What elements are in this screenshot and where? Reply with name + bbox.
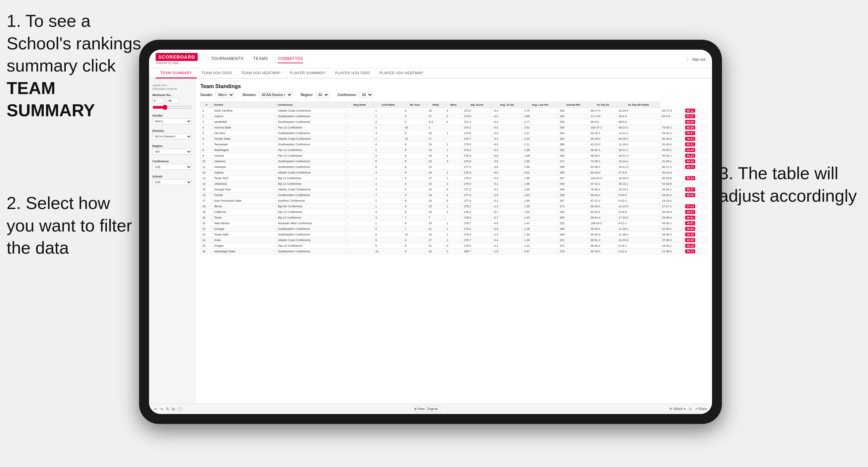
table-cell: 8: [403, 147, 427, 153]
tab-player-h2h-grid[interactable]: PLAYER H2H GRID: [331, 68, 375, 79]
table-cell: 9: [403, 192, 427, 198]
col-overall-rd[interactable]: Overall Rd.: [558, 102, 589, 108]
view-original-button[interactable]: ⊞ View: Original: [411, 406, 441, 412]
tab-team-h2h-grid[interactable]: TEAM H2H GRID: [197, 68, 237, 79]
nav-teams[interactable]: TEAMS: [253, 55, 268, 63]
table-row: 7TennesseeSoutheastern Conference-481622…: [201, 142, 707, 147]
table-cell: 90-51-2: [589, 238, 617, 243]
col-vs-top-50[interactable]: Vs Top 50 Points: [617, 102, 660, 108]
conference-label: Conference:: [338, 93, 357, 97]
tablet-screen: SCOREBOARD Powered by clippi TOURNAMENTS…: [149, 50, 712, 414]
table-cell: 18: [201, 204, 213, 209]
table-cell: 274.2: [462, 125, 492, 130]
nav-items: TOURNAMENTS TEAMS COMMITTEE: [211, 55, 303, 63]
redo-icon[interactable]: ↪: [160, 407, 163, 411]
share-button[interactable]: ↗ Share: [695, 407, 707, 411]
col-reg-rank[interactable]: Reg Rank: [346, 102, 374, 108]
table-cell: 278.2: [462, 209, 492, 215]
col-adj-score[interactable]: Adj. Score: [462, 102, 492, 108]
table-cell: 22: [427, 164, 445, 170]
table-cell: 27: [427, 114, 445, 119]
table-cell: 11-38-2: [617, 232, 660, 238]
logo-container: SCOREBOARD Powered by clippi: [156, 53, 198, 65]
table-cell: 30-4-0: [617, 114, 660, 119]
table-cell: 36.13: [684, 249, 707, 254]
region-table-select[interactable]: All: [315, 92, 329, 98]
table-cell: Big 12 Conference: [276, 215, 346, 221]
table-cell: -: [346, 181, 374, 187]
nav-committee[interactable]: COMMITTEE: [278, 55, 303, 63]
school-select[interactable]: (All): [152, 179, 192, 185]
col-no-tour[interactable]: No Tour: [403, 102, 427, 108]
tab-player-h2h-heatmap[interactable]: PLAYER H2H HEATMAP: [375, 68, 428, 79]
table-cell: 35-14-0: [660, 170, 684, 176]
table-cell: -: [346, 159, 374, 164]
region-select[interactable]: N/A All: [152, 149, 192, 155]
clock-icon[interactable]: 🕐: [178, 407, 183, 411]
table-cell: 271.3: [462, 119, 492, 125]
table-cell: 21: [201, 221, 213, 226]
table-cell: 23: [427, 153, 445, 159]
table-cell: 1.21: [522, 243, 558, 249]
table-cell: 32-19-0: [660, 142, 684, 147]
watch-button[interactable]: 👁 Watch ▾: [669, 407, 685, 411]
rank-from-input[interactable]: [152, 98, 164, 103]
table-cell: 2.88: [522, 114, 558, 119]
sign-out-button[interactable]: Sign out: [692, 57, 705, 61]
table-row: 8WashingtonPac-12 Conference-28231276.3-…: [201, 147, 707, 153]
table-cell: -5.1: [492, 198, 522, 204]
table-cell: 1: [445, 226, 462, 232]
refresh-icon[interactable]: ↻: [166, 407, 169, 411]
conference-select[interactable]: (All) SEC ACC: [152, 164, 192, 170]
col-rank[interactable]: #: [201, 102, 213, 108]
table-cell: 3.01: [522, 170, 558, 176]
table-cell: 2: [445, 176, 462, 181]
undo-icon[interactable]: ↩: [154, 407, 157, 411]
table-row: 26Mississippi StateSoutheastern Conferen…: [201, 249, 707, 254]
col-vs-top-25[interactable]: Vs Top 25: [589, 102, 617, 108]
table-cell: 48.27: [684, 209, 707, 215]
table-cell: 39-20-1: [660, 221, 684, 226]
table-row: 15Georgia TechAtlantic Coast Conference-…: [201, 187, 707, 192]
tab-player-summary[interactable]: PLAYER SUMMARY: [285, 68, 331, 79]
conference-table-select[interactable]: All: [359, 92, 373, 98]
gender-table-select[interactable]: Men's: [215, 92, 234, 98]
table-cell: 1.28: [522, 204, 558, 209]
table-cell: Texas: [212, 215, 276, 221]
gender-select[interactable]: Men's Women's: [152, 118, 192, 124]
division-select[interactable]: NCAA Division I NCAA Division II NAIA: [152, 133, 192, 139]
table-cell: 23: [427, 159, 445, 164]
tab-team-summary[interactable]: TEAM SUMMARY: [156, 68, 197, 79]
table-cell: 273.5: [462, 108, 492, 114]
table-cell: -0.4: [492, 238, 522, 243]
table-cell: 14: [201, 181, 213, 187]
table-cell: 1.85: [522, 187, 558, 192]
table-cell: 80.58: [684, 119, 707, 125]
table-cell: 1.63: [522, 192, 558, 198]
table-cell: 82-28-1: [589, 164, 617, 170]
table-cell: 1.85: [522, 176, 558, 181]
tab-team-h2h-heatmap[interactable]: TEAM H2H HEATMAP: [237, 68, 285, 79]
table-cell: 1.98: [522, 153, 558, 159]
division-table-select[interactable]: NCAA Division I: [259, 92, 292, 98]
share-icon[interactable]: ⊡: [689, 407, 691, 411]
col-wins[interactable]: Wins: [445, 102, 462, 108]
col-avg-low-par[interactable]: Avg. Low Par: [522, 102, 558, 108]
nav-tournaments[interactable]: TOURNAMENTS: [211, 55, 243, 63]
table-cell: 76.73: [684, 136, 707, 142]
col-conf-rank[interactable]: Conf Rank: [374, 102, 403, 108]
table-cell: 215: [558, 221, 589, 226]
col-conference[interactable]: Conference: [276, 102, 346, 108]
table-cell: Pac-12 Conference: [276, 125, 346, 130]
col-school[interactable]: School: [212, 102, 276, 108]
table-area: Team Standings Gender: Men's Division: N…: [195, 79, 712, 403]
table-cell: 278.6: [462, 215, 492, 221]
rank-to-input[interactable]: [167, 98, 179, 103]
table-cell: 1: [374, 125, 403, 130]
col-rnds[interactable]: Rnds: [427, 102, 445, 108]
table-cell: 4: [445, 153, 462, 159]
rank-slider[interactable]: [152, 105, 192, 110]
copy-icon[interactable]: ⧉: [172, 407, 175, 411]
col-avg-to-sg[interactable]: Avg. To SG: [492, 102, 522, 108]
instruction-step1: 1. To see a School's rankings summary cl…: [7, 10, 146, 122]
